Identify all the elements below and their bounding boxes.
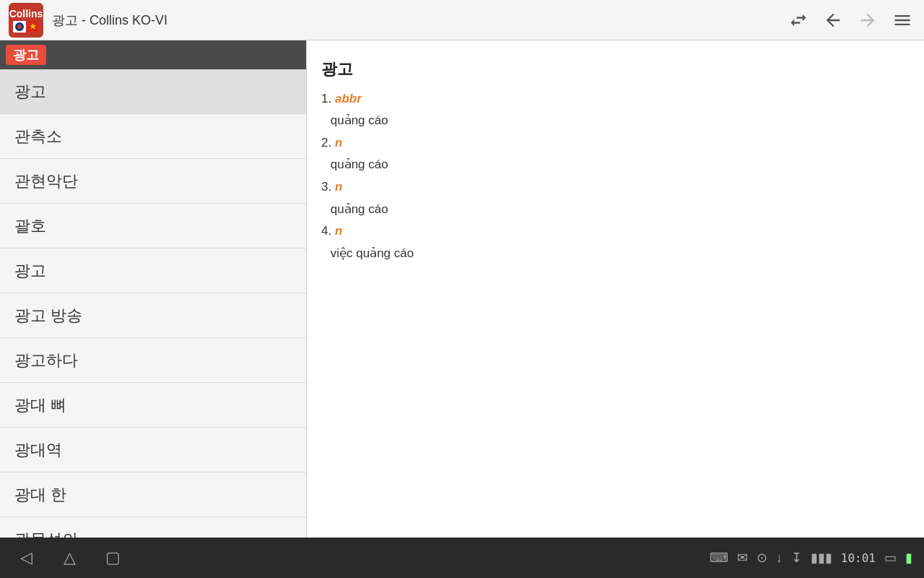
- screen-icon: ▭: [884, 550, 897, 566]
- def-number: 1.: [321, 92, 331, 105]
- def-pos: n: [335, 180, 342, 194]
- entry-definition-line: 2. n quảng cáo: [321, 132, 910, 176]
- word-list-item[interactable]: 광고하다: [0, 338, 306, 383]
- word-list: 광고관측소관현악단괄호광고광고 방송광고하다광대 뼈광대역광대 한광물성의: [0, 69, 306, 538]
- battery-icon: ▮: [905, 550, 912, 566]
- menu-button[interactable]: [886, 4, 918, 36]
- entry-definition-line: 4. n việc quảng cáo: [321, 220, 910, 264]
- bottombar: ◁ △ ▢ ⌨ ✉ ⊙ ↓ ↧ ▮▮▮ 10:01 ▭ ▮: [0, 538, 924, 578]
- download2-icon[interactable]: ↧: [791, 550, 802, 566]
- def-pos: n: [335, 136, 342, 150]
- search-bar: 광고: [0, 40, 306, 69]
- def-translation: việc quảng cáo: [327, 246, 414, 260]
- entry-definitions: 1. abbr quảng cáo2. n quảng cáo3. n quản…: [321, 88, 910, 265]
- home-nav-button[interactable]: △: [55, 543, 84, 572]
- entry-definition-line: 1. abbr quảng cáo: [321, 88, 910, 132]
- app-title: 광고 - Collins KO-VI: [52, 12, 783, 29]
- time-display: 10:01: [841, 551, 876, 565]
- word-list-item[interactable]: 광대 뼈: [0, 383, 306, 428]
- keyboard-icon[interactable]: ⌨: [710, 550, 728, 566]
- signal-icon: ▮▮▮: [811, 550, 832, 566]
- logo-text: Collins: [9, 8, 43, 20]
- back-button[interactable]: [817, 4, 849, 36]
- mail-icon[interactable]: ✉: [737, 550, 748, 566]
- sidebar: 광고 광고관측소관현악단괄호광고광고 방송광고하다광대 뼈광대역광대 한광물성의: [0, 40, 307, 538]
- back-nav-button[interactable]: ◁: [12, 543, 40, 572]
- search-term[interactable]: 광고: [6, 45, 46, 65]
- def-number: 2.: [321, 136, 331, 150]
- content-area: 광고 1. abbr quảng cáo2. n quảng cáo3. n q…: [307, 40, 924, 538]
- def-pos: n: [335, 224, 342, 238]
- recents-nav-button[interactable]: ▢: [98, 543, 127, 572]
- app-logo: Collins ★: [6, 0, 46, 40]
- def-number: 4.: [321, 224, 331, 238]
- word-list-item[interactable]: 광대역: [0, 428, 306, 473]
- word-list-item[interactable]: 괄호: [0, 204, 306, 249]
- word-list-item[interactable]: 광고: [0, 249, 306, 293]
- def-number: 3.: [321, 180, 331, 194]
- topbar: Collins ★ 광고 - Collins KO-VI: [0, 0, 924, 40]
- entry-headword: 광고: [321, 55, 910, 84]
- def-pos: abbr: [335, 92, 362, 105]
- download-icon[interactable]: ↓: [776, 551, 783, 566]
- forward-button[interactable]: [852, 4, 884, 36]
- word-list-item[interactable]: 광대 한: [0, 473, 306, 517]
- def-translation: quảng cáo: [327, 158, 388, 171]
- word-list-item[interactable]: 광고 방송: [0, 293, 306, 338]
- camera-icon[interactable]: ⊙: [757, 550, 767, 566]
- main-area: 광고 광고관측소관현악단괄호광고광고 방송광고하다광대 뼈광대역광대 한광물성의…: [0, 40, 924, 538]
- word-list-item[interactable]: 광물성의: [0, 517, 306, 538]
- def-translation: quảng cáo: [327, 202, 388, 216]
- swap-button[interactable]: [783, 4, 814, 36]
- word-list-item[interactable]: 관측소: [0, 114, 306, 159]
- word-list-item[interactable]: 광고: [0, 69, 306, 114]
- word-list-item[interactable]: 관현악단: [0, 159, 306, 204]
- entry-definition-line: 3. n quảng cáo: [321, 176, 910, 220]
- def-translation: quảng cáo: [327, 113, 388, 127]
- nav-right: ⌨ ✉ ⊙ ↓ ↧ ▮▮▮ 10:01 ▭ ▮: [710, 550, 912, 566]
- nav-left: ◁ △ ▢: [12, 543, 127, 572]
- nav-buttons: [783, 4, 918, 36]
